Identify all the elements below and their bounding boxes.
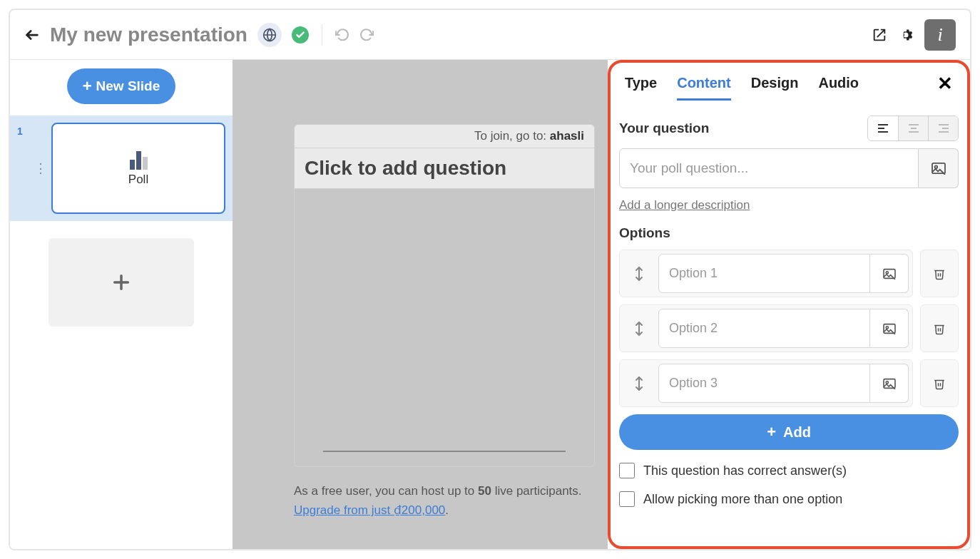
tab-content[interactable]: Content — [677, 75, 731, 101]
settings-button[interactable] — [897, 26, 914, 43]
topbar: My new presentation i — [10, 10, 970, 60]
option-input[interactable] — [658, 364, 870, 403]
correct-answers-checkbox[interactable] — [619, 463, 635, 478]
question-image-button[interactable] — [919, 148, 959, 188]
add-slide-button[interactable] — [49, 238, 194, 327]
new-slide-button[interactable]: + New Slide — [67, 68, 176, 104]
question-input[interactable] — [619, 148, 919, 188]
align-group — [867, 116, 959, 141]
option-input[interactable] — [658, 309, 870, 348]
option-row — [619, 359, 959, 407]
option-input[interactable] — [658, 254, 870, 293]
align-left-button[interactable] — [868, 116, 898, 140]
drag-handle-icon[interactable] — [620, 364, 658, 403]
svg-point-18 — [886, 271, 888, 273]
svg-point-23 — [886, 326, 888, 328]
options-section-label: Options — [619, 225, 959, 241]
svg-point-28 — [886, 381, 888, 383]
tab-audio[interactable]: Audio — [818, 75, 859, 101]
delete-option-button[interactable] — [920, 359, 959, 407]
option-image-button[interactable] — [870, 309, 909, 348]
plus-icon: + — [767, 423, 776, 441]
join-domain: ahasli — [550, 129, 584, 143]
canvas-area: To join, go to: ahasli Click to add ques… — [233, 60, 608, 549]
delete-option-button[interactable] — [920, 250, 959, 297]
option-row — [619, 250, 959, 297]
option-image-button[interactable] — [870, 254, 909, 293]
join-prefix: To join, go to: — [474, 129, 550, 143]
editor-panel: Type Content Design Audio ✕ Your questio… — [608, 60, 970, 549]
sidebar: + New Slide 1 ⋮ Poll — [10, 60, 233, 549]
question-section-label: Your question — [619, 120, 709, 136]
redo-button[interactable] — [359, 28, 374, 42]
undo-button[interactable] — [335, 28, 349, 42]
slide-number: 1 — [10, 123, 30, 137]
slide-item[interactable]: 1 ⋮ Poll — [10, 116, 233, 221]
correct-answers-label[interactable]: This question has correct answer(s) — [643, 463, 847, 478]
info-button[interactable]: i — [924, 19, 956, 51]
share-button[interactable] — [872, 27, 887, 43]
plus-icon: + — [83, 77, 92, 96]
align-center-button[interactable] — [898, 116, 928, 140]
canvas-footer: As a free user, you can host up to 50 li… — [233, 467, 608, 534]
slide-type-label: Poll — [128, 173, 148, 187]
multi-pick-checkbox[interactable] — [619, 491, 635, 507]
presentation-title[interactable]: My new presentation — [50, 24, 247, 46]
multi-pick-label[interactable]: Allow picking more than one option — [643, 492, 842, 507]
add-option-label: Add — [783, 424, 811, 441]
slide-menu-icon[interactable]: ⋮ — [34, 160, 47, 176]
svg-point-15 — [934, 165, 937, 168]
back-button[interactable] — [24, 27, 40, 43]
chart-baseline — [323, 451, 566, 452]
tab-design[interactable]: Design — [751, 75, 799, 101]
option-image-button[interactable] — [870, 364, 909, 403]
delete-option-button[interactable] — [920, 304, 959, 352]
align-right-button[interactable] — [928, 116, 958, 140]
saved-check-icon — [292, 26, 309, 43]
panel-tabs: Type Content Design Audio ✕ — [619, 60, 959, 103]
poll-icon — [130, 150, 148, 170]
upgrade-link[interactable]: Upgrade from just ₫200,000 — [294, 503, 445, 517]
new-slide-label: New Slide — [96, 78, 160, 94]
add-option-button[interactable]: + Add — [619, 414, 959, 450]
drag-handle-icon[interactable] — [620, 309, 658, 348]
option-row — [619, 304, 959, 352]
globe-icon[interactable] — [257, 23, 282, 47]
canvas-body — [294, 189, 595, 467]
close-panel-button[interactable]: ✕ — [937, 73, 953, 102]
divider — [322, 24, 322, 46]
join-bar: To join, go to: ahasli — [294, 124, 595, 148]
drag-handle-icon[interactable] — [620, 254, 658, 293]
add-description-link[interactable]: Add a longer description — [619, 198, 750, 212]
slide-thumbnail[interactable]: Poll — [51, 123, 225, 214]
question-input-canvas[interactable]: Click to add question — [294, 148, 595, 189]
tab-type[interactable]: Type — [625, 75, 657, 101]
